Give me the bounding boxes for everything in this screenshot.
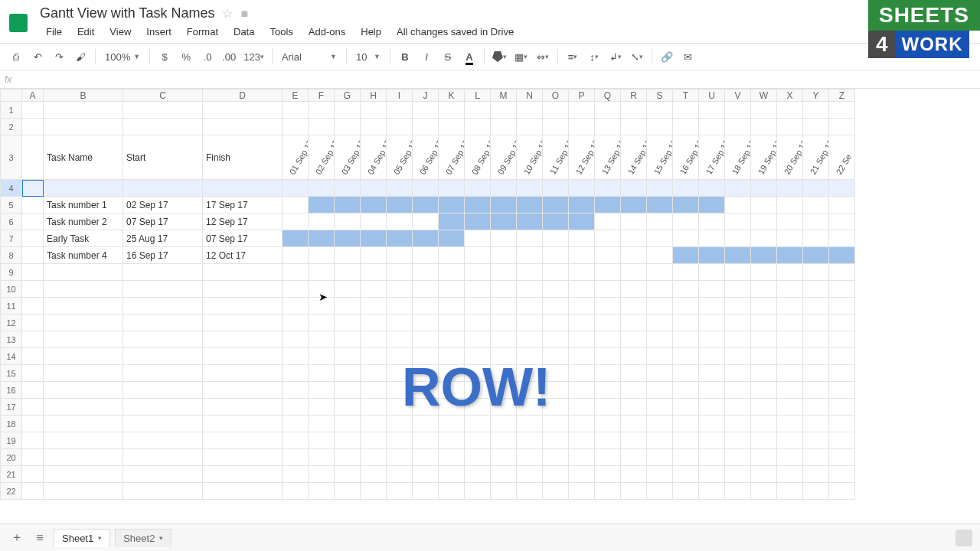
cell-C1[interactable] bbox=[123, 102, 203, 119]
cell-M22[interactable] bbox=[491, 483, 517, 500]
cell-Q20[interactable] bbox=[595, 449, 621, 466]
cell-M9[interactable] bbox=[491, 264, 517, 281]
cell-O10[interactable] bbox=[543, 281, 569, 298]
cell-P20[interactable] bbox=[569, 449, 595, 466]
cell-N19[interactable] bbox=[517, 432, 543, 449]
cell-E17[interactable] bbox=[283, 399, 309, 416]
currency-icon[interactable]: $ bbox=[155, 47, 175, 67]
cell-W21[interactable] bbox=[751, 466, 777, 483]
cell-C12[interactable] bbox=[123, 315, 203, 331]
cell-V12[interactable] bbox=[725, 315, 751, 331]
cell-T18[interactable] bbox=[673, 416, 699, 432]
cell-V15[interactable] bbox=[725, 365, 751, 382]
cell-N5[interactable] bbox=[517, 197, 543, 214]
cell-H7[interactable] bbox=[361, 230, 387, 247]
cell-Y6[interactable] bbox=[803, 214, 829, 230]
all-sheets-icon[interactable]: ≡ bbox=[31, 529, 49, 547]
cell-Y1[interactable] bbox=[803, 102, 829, 119]
cell-X16[interactable] bbox=[777, 382, 803, 399]
cell-V8[interactable] bbox=[725, 247, 751, 264]
cell-L12[interactable] bbox=[465, 315, 491, 331]
sheet-tab-1[interactable]: Sheet1▾ bbox=[54, 529, 110, 547]
cell-Z20[interactable] bbox=[829, 449, 855, 466]
cell-Z1[interactable] bbox=[829, 102, 855, 119]
cell-N22[interactable] bbox=[517, 483, 543, 500]
cell-U12[interactable] bbox=[699, 315, 725, 331]
cell-Q5[interactable] bbox=[595, 197, 621, 214]
cell-J4[interactable] bbox=[413, 180, 439, 197]
cell-O12[interactable] bbox=[543, 315, 569, 331]
cell-U18[interactable] bbox=[699, 416, 725, 432]
cell-G18[interactable] bbox=[335, 416, 361, 432]
cell-T22[interactable] bbox=[673, 483, 699, 500]
cell-E14[interactable] bbox=[283, 348, 309, 365]
cell-V1[interactable] bbox=[725, 102, 751, 119]
cell-S2[interactable] bbox=[647, 119, 673, 135]
cell-B18[interactable] bbox=[44, 416, 123, 432]
cell-F15[interactable] bbox=[309, 365, 335, 382]
cell-H9[interactable] bbox=[361, 264, 387, 281]
cell-A5[interactable] bbox=[22, 197, 44, 214]
cell-J19[interactable] bbox=[413, 432, 439, 449]
cell-J3[interactable]: 06 Sep 17 bbox=[413, 135, 439, 180]
col-header-U[interactable]: U bbox=[699, 90, 725, 102]
cell-Z9[interactable] bbox=[829, 264, 855, 281]
cell-L10[interactable] bbox=[465, 281, 491, 298]
cell-Z14[interactable] bbox=[829, 348, 855, 365]
cell-O4[interactable] bbox=[543, 180, 569, 197]
cell-R3[interactable]: 14 Sep 17 bbox=[621, 135, 647, 180]
cell-J7[interactable] bbox=[413, 230, 439, 247]
cell-A13[interactable] bbox=[22, 331, 44, 348]
cell-Y21[interactable] bbox=[803, 466, 829, 483]
cell-M11[interactable] bbox=[491, 298, 517, 315]
cell-K2[interactable] bbox=[439, 119, 465, 135]
sheet-tab-2[interactable]: Sheet2▾ bbox=[115, 529, 172, 547]
cell-M7[interactable] bbox=[491, 230, 517, 247]
cell-I6[interactable] bbox=[387, 214, 413, 230]
cell-Q12[interactable] bbox=[595, 315, 621, 331]
cell-S19[interactable] bbox=[647, 432, 673, 449]
cell-P19[interactable] bbox=[569, 432, 595, 449]
cell-Y3[interactable]: 21 Sep 17 bbox=[803, 135, 829, 180]
cell-X20[interactable] bbox=[777, 449, 803, 466]
cell-K6[interactable] bbox=[439, 214, 465, 230]
cell-T10[interactable] bbox=[673, 281, 699, 298]
cell-X3[interactable]: 20 Sep 17 bbox=[777, 135, 803, 180]
print-icon[interactable]: ⎙ bbox=[6, 47, 26, 67]
cell-M5[interactable] bbox=[491, 197, 517, 214]
row-header-8[interactable]: 8 bbox=[1, 247, 22, 264]
cell-P4[interactable] bbox=[569, 180, 595, 197]
cell-B4[interactable] bbox=[44, 180, 123, 197]
menu-help[interactable]: Help bbox=[354, 23, 387, 41]
cell-Y22[interactable] bbox=[803, 483, 829, 500]
cell-A21[interactable] bbox=[22, 466, 44, 483]
cell-P7[interactable] bbox=[569, 230, 595, 247]
cell-D5[interactable]: 17 Sep 17 bbox=[203, 197, 283, 214]
cell-G1[interactable] bbox=[335, 102, 361, 119]
cell-I4[interactable] bbox=[387, 180, 413, 197]
cell-K10[interactable] bbox=[439, 281, 465, 298]
cell-P12[interactable] bbox=[569, 315, 595, 331]
cell-G16[interactable] bbox=[335, 382, 361, 399]
cell-D7[interactable]: 07 Sep 17 bbox=[203, 230, 283, 247]
cell-V6[interactable] bbox=[725, 214, 751, 230]
cell-Z22[interactable] bbox=[829, 483, 855, 500]
cell-G8[interactable] bbox=[335, 247, 361, 264]
cell-A11[interactable] bbox=[22, 298, 44, 315]
cell-P18[interactable] bbox=[569, 416, 595, 432]
valign-icon[interactable]: ↕▾ bbox=[584, 47, 604, 67]
cell-U1[interactable] bbox=[699, 102, 725, 119]
cell-J21[interactable] bbox=[413, 466, 439, 483]
row-header-18[interactable]: 18 bbox=[1, 416, 22, 432]
cell-D16[interactable] bbox=[203, 382, 283, 399]
cell-D11[interactable] bbox=[203, 298, 283, 315]
cell-X8[interactable] bbox=[777, 247, 803, 264]
font-select[interactable]: Arial▼ bbox=[277, 51, 341, 63]
cell-X17[interactable] bbox=[777, 399, 803, 416]
cell-O22[interactable] bbox=[543, 483, 569, 500]
cell-Q17[interactable] bbox=[595, 399, 621, 416]
cell-I13[interactable] bbox=[387, 331, 413, 348]
cell-O6[interactable] bbox=[543, 214, 569, 230]
col-header-P[interactable]: P bbox=[569, 90, 595, 102]
cell-I8[interactable] bbox=[387, 247, 413, 264]
